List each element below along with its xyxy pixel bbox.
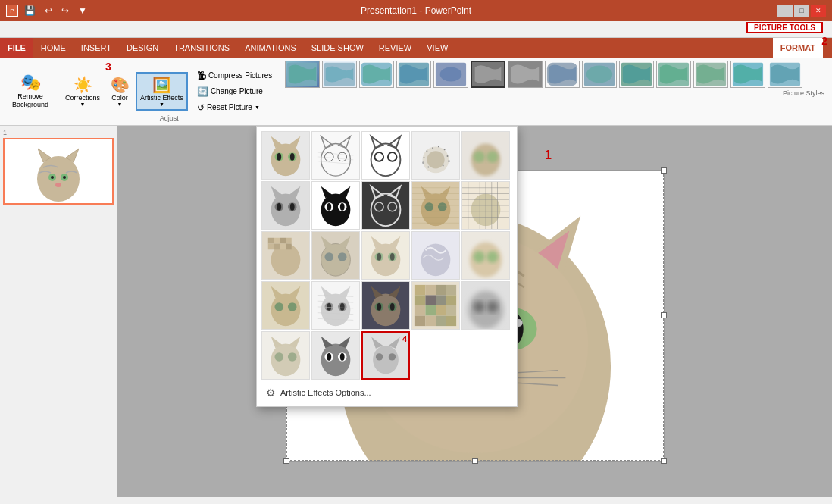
badge-4-inline: 4 — [402, 334, 407, 343]
corrections-button[interactable]: ☀️ Corrections ▼ — [61, 73, 104, 111]
ae-cell-marker-selected[interactable]: 4 — [361, 331, 410, 380]
customize-button[interactable]: ▼ — [75, 4, 90, 17]
svg-point-172 — [321, 294, 351, 327]
tab-view[interactable]: VIEW — [419, 38, 455, 58]
svg-rect-205 — [415, 316, 426, 327]
ps-item-12[interactable] — [693, 61, 728, 88]
ps-item-4[interactable] — [396, 61, 431, 88]
ae-cell-line[interactable] — [361, 131, 410, 180]
svg-rect-197 — [415, 295, 426, 305]
svg-point-17 — [37, 156, 80, 202]
ae-cell-mosaic2[interactable] — [411, 281, 460, 330]
ae-cell-blur3[interactable] — [461, 281, 510, 330]
title-bar-left: P 💾 ↩ ↪ ▼ — [6, 4, 90, 17]
artistic-effects-label: Artistic Effects — [140, 94, 183, 102]
svg-point-80 — [448, 160, 450, 162]
ae-cell-plastic[interactable] — [411, 231, 460, 280]
svg-point-162 — [474, 251, 486, 263]
ps-item-13[interactable] — [730, 61, 765, 88]
undo-button[interactable]: ↩ — [42, 4, 55, 17]
ae-cell-film[interactable] — [261, 281, 310, 330]
handle-bl[interactable] — [283, 458, 289, 464]
ae-cell-mosaic[interactable] — [261, 231, 310, 280]
svg-rect-195 — [436, 285, 446, 296]
ae-cell-blur2[interactable] — [461, 231, 510, 280]
tab-home[interactable]: HOME — [33, 38, 74, 58]
ae-options-button[interactable]: ⚙ Artistic Effects Options... — [261, 383, 512, 402]
ae-cell-watercolor2[interactable] — [261, 331, 310, 380]
svg-point-112 — [438, 202, 447, 211]
change-picture-button[interactable]: 🔄 Change Picture — [192, 84, 277, 99]
slide-item-1[interactable]: 1 — [3, 129, 114, 205]
ps-item-10[interactable] — [619, 61, 654, 88]
handle-right[interactable] — [661, 312, 667, 318]
color-button[interactable]: 🎨 Color ▼ — [105, 73, 134, 111]
ps-item-14[interactable] — [768, 61, 802, 88]
svg-point-72 — [432, 147, 433, 149]
artistic-effects-arrow: ▼ — [159, 102, 164, 107]
ribbon-tools-header: PICTURE TOOLS 2 — [0, 21, 832, 38]
ae-cell-grayscale[interactable] — [261, 181, 310, 230]
maximize-button[interactable]: □ — [794, 5, 809, 17]
close-button[interactable]: ✕ — [811, 5, 826, 17]
tab-design[interactable]: DESIGN — [119, 38, 166, 58]
svg-rect-101 — [362, 182, 409, 229]
artistic-effects-button[interactable]: 🖼️ Artistic Effects ▼ — [136, 72, 188, 111]
ps-item-11[interactable] — [656, 61, 691, 88]
remove-bg-label: Remove Background — [11, 92, 49, 109]
reset-arrow: ▼ — [255, 105, 260, 110]
tab-transitions[interactable]: TRANSITIONS — [166, 38, 237, 58]
svg-point-73 — [438, 146, 439, 147]
ps-item-9[interactable] — [582, 61, 617, 88]
svg-point-10 — [586, 66, 612, 83]
ps-item-8[interactable] — [545, 61, 580, 88]
ae-cell-pencil[interactable] — [311, 131, 360, 180]
redo-button[interactable]: ↪ — [58, 4, 72, 17]
tab-animations[interactable]: ANIMATIONS — [237, 38, 304, 58]
ps-item-2[interactable] — [322, 61, 357, 88]
handle-bottom[interactable] — [472, 458, 478, 464]
ps-item-7[interactable] — [508, 61, 543, 88]
tab-review[interactable]: REVIEW — [371, 38, 419, 58]
ps-item-1[interactable] — [285, 61, 320, 88]
ps-item-6-selected[interactable] — [471, 61, 505, 88]
handle-tr[interactable] — [661, 167, 667, 174]
slide-number: 1 — [3, 129, 114, 136]
svg-point-84 — [486, 151, 499, 163]
ae-cell-watercolor[interactable] — [411, 131, 460, 180]
ae-cell-chalk[interactable] — [361, 181, 410, 230]
svg-point-231 — [376, 353, 383, 360]
save-button[interactable]: 💾 — [21, 4, 39, 17]
ae-cell-pencil-gray[interactable] — [311, 281, 360, 330]
svg-point-210 — [468, 291, 504, 329]
ps-item-3[interactable] — [359, 61, 394, 88]
ae-cell-blur[interactable] — [461, 131, 510, 180]
ae-cell-none[interactable] — [261, 131, 310, 180]
ae-cell-photocopy[interactable] — [311, 331, 360, 380]
svg-rect-136 — [268, 238, 274, 244]
picture-tools-label[interactable]: PICTURE TOOLS — [746, 22, 823, 33]
svg-rect-137 — [274, 238, 280, 244]
minimize-button[interactable]: ─ — [777, 5, 793, 17]
ae-cell-crosshatch[interactable] — [461, 181, 510, 230]
tab-slideshow[interactable]: SLIDE SHOW — [304, 38, 371, 58]
handle-br[interactable] — [661, 458, 667, 464]
svg-rect-204 — [446, 305, 457, 316]
ae-cell-bw[interactable] — [311, 181, 360, 230]
ae-cell-cement[interactable] — [311, 231, 360, 280]
tab-insert[interactable]: INSERT — [74, 38, 119, 58]
compress-pictures-button[interactable]: 🗜 Compress Pictures — [192, 68, 277, 83]
ps-item-5[interactable] — [433, 61, 468, 88]
svg-point-5 — [440, 67, 462, 81]
ae-cell-cutout[interactable] — [361, 281, 410, 330]
artistic-effects-dropdown[interactable]: 4 ⚙ Artistic Effects Options... — [256, 126, 518, 407]
svg-rect-194 — [425, 285, 436, 296]
slide-thumbnail[interactable] — [3, 138, 114, 205]
remove-background-button[interactable]: 🎭 Remove Background — [8, 71, 53, 112]
tab-file[interactable]: FILE — [0, 38, 33, 58]
tab-format[interactable]: FORMAT — [773, 38, 823, 58]
reset-picture-button[interactable]: ↺ Reset Picture ▼ — [192, 100, 277, 115]
ae-cell-pastels[interactable] — [361, 231, 410, 280]
ae-cell-texture[interactable] — [411, 181, 460, 230]
canvas-area: 1 — [117, 126, 832, 497]
